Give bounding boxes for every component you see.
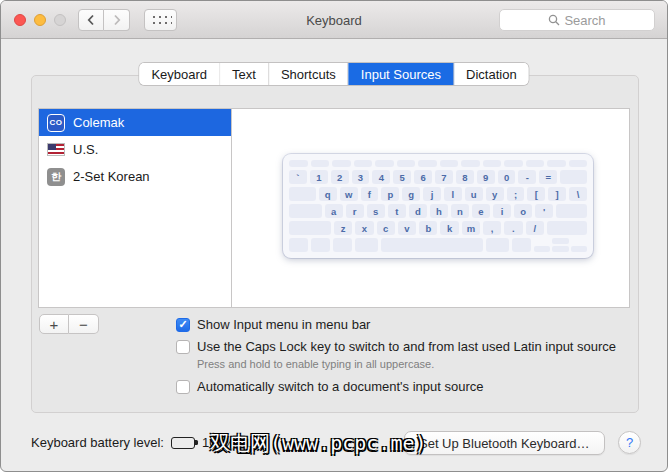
key-j: j	[423, 187, 441, 201]
down-arrow-key	[552, 246, 568, 252]
key-v: v	[398, 221, 416, 235]
key-blank	[355, 238, 378, 252]
key-u: u	[465, 187, 483, 201]
list-item-us[interactable]: U.S.	[39, 136, 231, 163]
key-blank	[289, 187, 316, 201]
key-c: c	[377, 221, 395, 235]
option-auto-switch: Automatically switch to a document's inp…	[176, 379, 483, 394]
source-name: 2-Set Korean	[73, 169, 150, 184]
list-item-colemak[interactable]: CO Colemak	[39, 109, 231, 136]
checkbox-show-input-menu[interactable]: ✓	[176, 318, 190, 332]
key-blank	[483, 160, 502, 167]
key-7: 7	[435, 170, 453, 184]
key-=: =	[539, 170, 557, 184]
key-blank	[560, 170, 587, 184]
tab-input-sources[interactable]: Input Sources	[349, 63, 454, 85]
key-blank	[333, 238, 352, 252]
key-blank	[461, 160, 480, 167]
key-blank	[311, 238, 330, 252]
add-remove-control: + −	[39, 314, 99, 334]
key-m: m	[462, 221, 480, 235]
layout-preview-pane: `1234567890-=qwfpgjluy;[]\arstdhneio'zxc…	[232, 109, 629, 307]
remove-input-source-button[interactable]: −	[69, 314, 99, 334]
key-t: t	[388, 204, 406, 218]
search-input[interactable]: Search	[499, 9, 655, 31]
key-blank	[547, 221, 587, 235]
key-l: l	[444, 187, 462, 201]
title-bar: Keyboard Search	[1, 1, 667, 39]
key-blank	[289, 204, 322, 218]
key-z: z	[334, 221, 352, 235]
key-o: o	[514, 204, 532, 218]
key-,: ,	[483, 221, 501, 235]
keyboard-row	[289, 238, 587, 252]
option-label: Automatically switch to a document's inp…	[197, 379, 483, 394]
watermark: 双电网(www.pcpc.me)	[210, 430, 427, 457]
key-blank	[418, 160, 437, 167]
key-.: .	[504, 221, 522, 235]
key-6: 6	[414, 170, 432, 184]
caps-lock-hint: Press and hold to enable typing in all u…	[197, 358, 434, 370]
key-g: g	[402, 187, 420, 201]
keyboard-preview: `1234567890-=qwfpgjluy;[]\arstdhneio'zxc…	[283, 154, 593, 258]
keyboard-row: arstdhneio'	[289, 204, 587, 218]
key-blank	[289, 238, 308, 252]
battery-status: Keyboard battery level: 100%	[31, 435, 235, 450]
key-q: q	[319, 187, 337, 201]
keyboard-row: qwfpgjluy;[]\	[289, 187, 587, 201]
key-blank	[289, 160, 308, 167]
keyboard-row: `1234567890-=	[289, 170, 587, 184]
key-blank	[547, 160, 566, 167]
tab-dictation[interactable]: Dictation	[454, 63, 529, 85]
korean-badge-icon: 한	[47, 168, 65, 186]
key-y: y	[486, 187, 504, 201]
key-k: k	[440, 221, 458, 235]
key-blank	[486, 238, 509, 252]
key-f: f	[361, 187, 379, 201]
key-x: x	[355, 221, 373, 235]
tab-shortcuts[interactable]: Shortcuts	[269, 63, 349, 85]
key-a: a	[325, 204, 343, 218]
key-blank	[569, 160, 588, 167]
right-arrow-key	[571, 246, 587, 252]
key-blank	[512, 238, 531, 252]
key-;: ;	[507, 187, 525, 201]
up-arrow-key	[552, 238, 568, 244]
key-blank	[397, 160, 416, 167]
list-item-korean[interactable]: 한 2-Set Korean	[39, 163, 231, 190]
checkbox-auto-switch[interactable]	[176, 380, 190, 394]
setup-bluetooth-keyboard-button[interactable]: Set Up Bluetooth Keyboard…	[404, 431, 605, 455]
key-blank	[375, 160, 394, 167]
key-4: 4	[372, 170, 390, 184]
add-input-source-button[interactable]: +	[39, 314, 69, 334]
key-p: p	[381, 187, 399, 201]
key-blank	[381, 238, 483, 252]
tab-text[interactable]: Text	[220, 63, 269, 85]
option-show-input-menu: ✓ Show Input menu in menu bar	[176, 317, 370, 332]
input-source-list: CO Colemak U.S. 한 2-Set Korean	[39, 109, 232, 307]
battery-icon	[171, 437, 195, 449]
left-arrow-key	[534, 246, 550, 252]
help-button[interactable]: ?	[618, 431, 641, 454]
key-blank	[556, 204, 587, 218]
battery-label: Keyboard battery level:	[31, 435, 164, 450]
tab-keyboard[interactable]: Keyboard	[139, 63, 220, 85]
us-flag-icon	[47, 143, 65, 156]
key-blank	[311, 160, 330, 167]
key-i: i	[493, 204, 511, 218]
key-/: /	[526, 221, 544, 235]
key-n: n	[451, 204, 469, 218]
key-blank	[526, 160, 545, 167]
key-\: \	[569, 187, 587, 201]
key-blank	[354, 160, 373, 167]
key-blank	[504, 160, 523, 167]
key-3: 3	[352, 170, 370, 184]
checkbox-caps-lock-switch[interactable]	[176, 340, 190, 354]
source-name: U.S.	[73, 142, 98, 157]
key-blank	[440, 160, 459, 167]
key-5: 5	[393, 170, 411, 184]
key-[: [	[527, 187, 545, 201]
keyboard-preferences-window: Keyboard Search Keyboard Text Shortcuts …	[0, 0, 668, 472]
key-9: 9	[477, 170, 495, 184]
keyboard-row: zxcvbkm,./	[289, 221, 587, 235]
